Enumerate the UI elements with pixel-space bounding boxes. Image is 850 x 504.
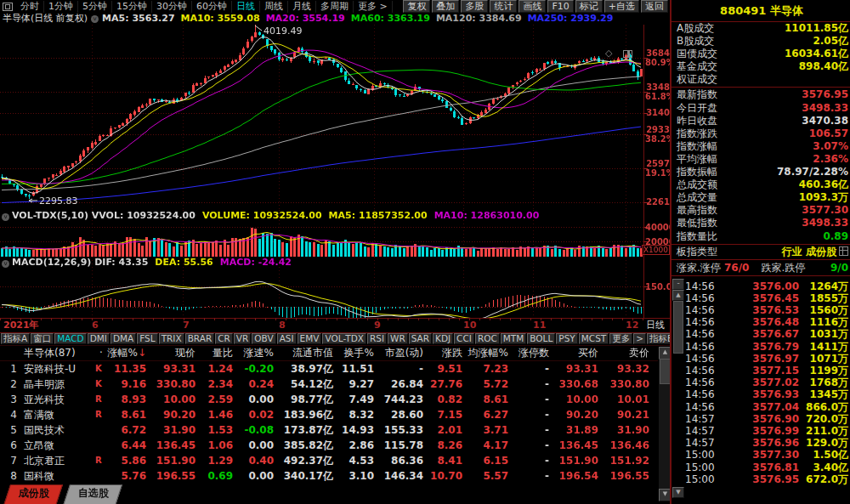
- action-button-复权[interactable]: 复权: [403, 0, 430, 13]
- price-axis: 368480.9%334861.8%3140293338.2%259719.1%…: [643, 25, 671, 210]
- indicator-tab-SAR[interactable]: SAR: [409, 333, 432, 344]
- info-row: 昨日收盘3470.38: [672, 115, 850, 127]
- indicator-tab-DMA[interactable]: DMA: [110, 333, 136, 344]
- indicator-tab-ROC[interactable]: ROC: [475, 333, 500, 344]
- grid-icon[interactable]: [839, 246, 848, 256]
- period-tabs: 分时1分钟5分钟15分钟30分钟60分钟日线周线月线多周期更多 >: [16, 1, 393, 13]
- tick-row: 14:563576.451855万: [685, 292, 848, 304]
- period-tab-周线[interactable]: 周线: [260, 1, 288, 13]
- info-row: 指数涨幅3.07%: [672, 140, 850, 153]
- bottom-tab-成份股[interactable]: 成份股: [3, 484, 63, 504]
- table-group-header[interactable]: 半导体(87): [20, 345, 95, 360]
- indicator-tab-PSY[interactable]: PSY: [556, 333, 577, 344]
- action-button-+自选[interactable]: +自选: [604, 0, 639, 13]
- top-toolbar: 分时1分钟5分钟15分钟30分钟60分钟日线周线月线多周期更多 > 复权叠加多股…: [0, 0, 670, 13]
- indicator-tab-OBV[interactable]: OBV: [252, 333, 275, 344]
- indicator-tab-TRIX[interactable]: TRIX: [159, 333, 184, 344]
- period-tab-5分钟[interactable]: 5分钟: [78, 1, 112, 13]
- window-icon[interactable]: [3, 3, 13, 11]
- column-header-换手%[interactable]: 换手%: [337, 345, 377, 360]
- indicator-tab-VR[interactable]: VR: [234, 333, 251, 344]
- candlestick-chart[interactable]: [0, 25, 643, 210]
- table-row[interactable]: 7北京君正R5.86151.901.290.40492.37亿4.5386.36…: [0, 453, 658, 468]
- period-tab-日线[interactable]: 日线: [232, 1, 260, 13]
- period-tab-多周期[interactable]: 多周期: [316, 1, 354, 13]
- indicator-tab-CCI[interactable]: CCI: [454, 333, 474, 344]
- table-scrollbar[interactable]: ▲ ▼: [659, 347, 670, 501]
- price-level-label: 3140: [645, 109, 670, 117]
- period-tab-60分钟[interactable]: 60分钟: [192, 1, 232, 13]
- indicator-tab-FSL[interactable]: FSL: [137, 333, 157, 344]
- table-row[interactable]: 1安路科技-UK11.3593.311.24-0.2038.97亿11.51-9…: [0, 361, 658, 377]
- indicator-tab-MTM[interactable]: MTM: [501, 333, 527, 344]
- column-header-流通市值[interactable]: 流通市值: [277, 345, 337, 360]
- action-button-返回[interactable]: 返回: [641, 0, 668, 13]
- tick-row: 14:563577.04866.0万: [685, 401, 848, 413]
- bottom-tabs: 成份股自选股: [0, 483, 670, 504]
- tick-row: 14:563576.001264万: [685, 280, 848, 292]
- period-tab-更多 >[interactable]: 更多 >: [354, 1, 393, 13]
- period-tab-分时[interactable]: 分时: [16, 1, 44, 13]
- table-row[interactable]: 4富满微R8.6190.201.460.02183.96亿8.3228.607.…: [0, 407, 658, 422]
- indicator-tab-WR[interactable]: WR: [388, 333, 408, 344]
- indicator-tab-指标A[interactable]: 指标A: [1, 333, 30, 344]
- indicator-tab-ASI[interactable]: ASI: [277, 333, 297, 344]
- diamond-tool-icon[interactable]: ◇: [605, 48, 612, 58]
- period-tab-30分钟[interactable]: 30分钟: [152, 1, 192, 13]
- indicator-tab-RSI[interactable]: RSI: [367, 333, 387, 344]
- indicator-tab-KDJ[interactable]: KDJ: [433, 333, 453, 344]
- collapse-icon[interactable]: v: [2, 260, 9, 268]
- scroll-down-icon[interactable]: ▼: [672, 487, 684, 498]
- action-button-统计[interactable]: 统计: [490, 0, 517, 13]
- column-header-涨停数[interactable]: 涨停数: [512, 345, 552, 360]
- period-tab-15分钟[interactable]: 15分钟: [112, 1, 152, 13]
- scrollbar-thumb[interactable]: [673, 301, 683, 354]
- action-button-标记[interactable]: 标记: [575, 0, 603, 13]
- period-tab-1分钟[interactable]: 1分钟: [44, 1, 78, 13]
- column-header-卖价[interactable]: 卖价: [602, 345, 653, 360]
- period-tab-月线[interactable]: 月线: [288, 1, 316, 13]
- panel-toggle-icon[interactable]: [623, 50, 632, 58]
- column-header-涨幅%[interactable]: 涨幅%↓: [107, 345, 150, 360]
- indicator-tab-DMI[interactable]: DMI: [88, 333, 110, 344]
- bottom-tab-自选股[interactable]: 自选股: [63, 484, 122, 504]
- column-header-涨跌[interactable]: 涨跌: [427, 345, 466, 360]
- index-stats-section: 最新指数3576.95今日开盘3498.33昨日收盘3470.38指数涨跌106…: [672, 88, 850, 242]
- table-row[interactable]: 3亚光科技R8.9310.002.590.0098.77亿7.49744.230…: [0, 392, 658, 407]
- indicator-tab->[interactable]: >: [633, 333, 646, 344]
- indicator-tab-EMV[interactable]: EMV: [298, 333, 322, 344]
- indicator-tab-BOLL[interactable]: BOLL: [527, 333, 555, 344]
- indicator-tab-MCST[interactable]: MCST: [579, 333, 609, 344]
- action-button-多股[interactable]: 多股: [461, 0, 488, 13]
- column-header-买价[interactable]: 买价: [552, 345, 602, 360]
- pane-label-item: VOLUME: 10932524.00: [202, 210, 322, 221]
- chart-header: 半导体(日线 前复权) v MA5: 3563.27MA10: 3559.08M…: [0, 13, 670, 25]
- scroll-up-icon[interactable]: ▲: [672, 290, 684, 301]
- indicator-tab-更多[interactable]: 更多: [609, 333, 632, 344]
- indicator-tab-CR[interactable]: CR: [215, 333, 233, 344]
- indicator-tab-VOL-TDX[interactable]: VOL-TDX: [322, 333, 366, 344]
- column-header-均涨幅%[interactable]: 均涨幅%: [466, 345, 512, 360]
- collapse-icon[interactable]: v: [2, 213, 9, 221]
- table-row[interactable]: 5国民技术6.7231.901.53-0.08173.87亿14.93155.3…: [0, 422, 658, 438]
- indicator-tab-窗口[interactable]: 窗口: [31, 333, 54, 344]
- table-row[interactable]: 8国科微5.76196.550.690.00340.17亿3.10146.341…: [0, 468, 658, 484]
- column-header-涨速%[interactable]: 涨速%: [236, 345, 277, 360]
- pane-label-item: MACD: -24.42: [220, 257, 292, 268]
- volume-pane: vVOL-TDX(5,10) VVOL: 10932524.00VOLUME: …: [0, 210, 670, 258]
- action-button-叠加[interactable]: 叠加: [432, 0, 459, 13]
- table-row[interactable]: 6立昂微6.44136.451.060.00385.82亿2.86115.788…: [0, 438, 658, 453]
- column-header-市盈(动)[interactable]: 市盈(动): [377, 345, 427, 360]
- action-button-画线[interactable]: 画线: [518, 0, 546, 13]
- price-level-label: 2597: [645, 160, 670, 168]
- info-row: 总成交量1093.3万: [672, 191, 850, 204]
- tick-scrollbar[interactable]: - ▲ ▼: [672, 279, 683, 496]
- column-header-量比[interactable]: 量比: [199, 345, 236, 360]
- indicator-tab-MACD[interactable]: MACD: [54, 333, 86, 344]
- indicator-tab-BRAR[interactable]: BRAR: [185, 333, 215, 344]
- action-button-F10[interactable]: F10: [547, 0, 573, 13]
- table-row[interactable]: 2晶丰明源K9.16330.802.340.2454.12亿9.2726.842…: [0, 377, 658, 392]
- column-header-现价[interactable]: 现价: [150, 345, 199, 360]
- minimize-icon[interactable]: -: [672, 279, 684, 290]
- chevron-down-icon[interactable]: v: [91, 15, 99, 23]
